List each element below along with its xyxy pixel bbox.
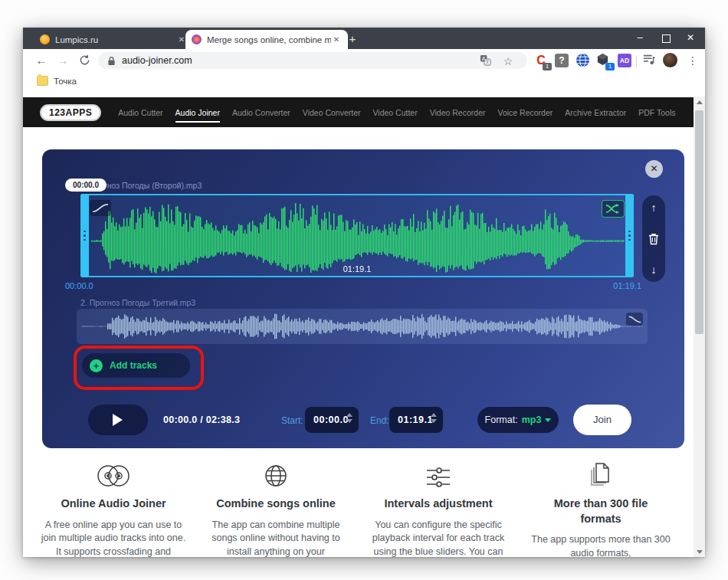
globe-icon bbox=[201, 459, 351, 488]
add-tracks-button[interactable]: + Add tracks bbox=[82, 353, 190, 378]
tab-lumpics[interactable]: Lumpics.ru ✕ bbox=[35, 30, 192, 49]
panel-close-icon[interactable]: ✕ bbox=[645, 160, 663, 178]
address-bar[interactable]: audio-joiner.com A文 ☆ bbox=[98, 52, 527, 69]
feature-intervals-adjustment: Intervals adjustment You can configure t… bbox=[357, 459, 520, 557]
tab-close-icon[interactable]: ✕ bbox=[331, 34, 342, 45]
nav-item-audio-converter[interactable]: Audio Converter bbox=[232, 108, 290, 117]
fade-in-icon[interactable] bbox=[90, 200, 111, 216]
format-label: Format: bbox=[485, 415, 518, 425]
lumpics-favicon-icon bbox=[40, 34, 50, 44]
bookmark-label: Точка bbox=[54, 77, 77, 86]
start-time-input[interactable]: 00:00.0 bbox=[305, 407, 359, 433]
nav-item-audio-joiner[interactable]: Audio Joiner bbox=[175, 108, 220, 123]
playback-time: 00:00.0 / 02:38.3 bbox=[163, 415, 240, 425]
track2-container[interactable] bbox=[77, 309, 648, 344]
format-value: mp3 bbox=[522, 415, 542, 425]
scroll-up-icon[interactable] bbox=[694, 97, 705, 107]
feature-title: Intervals adjustment bbox=[373, 496, 503, 512]
feature-file-formats: More than 300 file formats The app suppo… bbox=[520, 459, 682, 557]
format-dropdown[interactable]: Format: mp3 bbox=[477, 407, 559, 433]
feature-body: You can configure the specific playback … bbox=[365, 519, 512, 557]
translate-icon[interactable]: A文 bbox=[480, 54, 494, 68]
extension-badge: 1 bbox=[543, 63, 552, 70]
track2-waveform[interactable] bbox=[81, 313, 643, 340]
add-tracks-label: Add tracks bbox=[110, 360, 157, 371]
extension-ad-icon[interactable]: AD bbox=[618, 54, 631, 67]
toolbar-separator bbox=[636, 55, 637, 67]
extension-globe-icon[interactable] bbox=[576, 53, 591, 68]
reload-icon[interactable] bbox=[75, 51, 93, 70]
bookmarks-bar: Точка bbox=[23, 72, 705, 93]
track1-start-time: 00:00.0 bbox=[65, 281, 93, 290]
window-maximize-button[interactable] bbox=[654, 28, 677, 49]
end-time-input[interactable]: 01:19.1 bbox=[389, 407, 443, 433]
window-minimize-button[interactable]: – bbox=[628, 28, 651, 49]
join-button[interactable]: Join bbox=[573, 405, 631, 435]
fade-out-icon[interactable] bbox=[626, 313, 643, 326]
end-stepper[interactable] bbox=[431, 413, 437, 423]
extension-badge: 1 bbox=[605, 63, 615, 70]
plus-icon: + bbox=[90, 359, 103, 372]
feature-body: The app can combine multiple songs onlin… bbox=[202, 519, 349, 557]
feature-title: Combine songs online bbox=[211, 496, 341, 512]
track1-waveform[interactable] bbox=[91, 198, 625, 275]
extension-red-icon[interactable]: C 1 bbox=[533, 53, 549, 68]
track1-time-range: 00:00.0 01:19.1 bbox=[65, 281, 641, 290]
chevron-down-icon bbox=[545, 418, 551, 422]
nav-item-audio-cutter[interactable]: Audio Cutter bbox=[118, 108, 162, 117]
tab-audio-joiner[interactable]: Merge songs online, combine mp ✕ bbox=[185, 30, 348, 49]
delete-track-icon[interactable] bbox=[648, 233, 659, 245]
back-icon[interactable]: ← bbox=[32, 51, 51, 70]
track1-selection-region[interactable]: 01:19.1 bbox=[80, 194, 634, 277]
bookmark-folder-tochka[interactable]: Точка bbox=[37, 76, 77, 86]
bookmark-star-icon[interactable]: ☆ bbox=[501, 54, 515, 68]
url-text: audio-joiner.com bbox=[122, 55, 192, 66]
audio-joiner-favicon-icon bbox=[192, 34, 202, 44]
browser-menu-icon[interactable]: ⋮ bbox=[687, 52, 699, 69]
new-tab-button[interactable]: + bbox=[345, 31, 360, 47]
web-page: 123APPS Audio Cutter Audio Joiner Audio … bbox=[23, 93, 705, 557]
screenshot-stage: Lumpics.ru ✕ Merge songs online, combine… bbox=[0, 0, 728, 580]
nav-item-video-cutter[interactable]: Video Cutter bbox=[373, 108, 418, 117]
audio-joiner-panel: ✕ 00:00.0 1. Прогноз Погоды (Второй).mp3… bbox=[42, 149, 684, 448]
selection-duration-label: 01:19.1 bbox=[82, 264, 632, 274]
feature-combine-songs: Combine songs online The app can combine… bbox=[195, 459, 357, 557]
vinyl-discs-icon bbox=[38, 459, 189, 488]
forward-icon[interactable]: → bbox=[54, 51, 72, 70]
page-scrollbar[interactable] bbox=[694, 97, 705, 557]
nav-item-video-recorder[interactable]: Video Recorder bbox=[430, 108, 486, 117]
nav-item-archive-extractor[interactable]: Archive Extractor bbox=[565, 108, 626, 117]
feature-title: Online Audio Joiner bbox=[48, 496, 179, 512]
end-label: End: bbox=[370, 415, 389, 426]
folder-icon bbox=[37, 76, 48, 86]
extension-cube-icon[interactable]: 1 bbox=[596, 53, 612, 68]
features-section: Online Audio Joiner A free online app yo… bbox=[32, 459, 682, 557]
move-up-icon[interactable]: ↑ bbox=[651, 202, 657, 213]
browser-window: Lumpics.ru ✕ Merge songs online, combine… bbox=[23, 28, 705, 557]
start-label: Start: bbox=[281, 415, 303, 426]
tab-title: Merge songs online, combine mp bbox=[207, 35, 331, 44]
nav-item-video-converter[interactable]: Video Converter bbox=[303, 108, 361, 117]
extension-help-icon[interactable]: ? bbox=[555, 54, 569, 67]
track2-title: 2. Прогноз Погоды Третий.mp3 bbox=[80, 298, 195, 307]
start-stepper[interactable] bbox=[346, 413, 353, 423]
scrollbar-thumb[interactable] bbox=[695, 110, 703, 334]
track1-controls: ↑ ↓ bbox=[642, 195, 665, 282]
move-down-icon[interactable]: ↓ bbox=[651, 264, 657, 275]
site-logo[interactable]: 123APPS bbox=[40, 104, 101, 121]
playhead-time-pill: 00:00.0 bbox=[65, 179, 107, 192]
feature-title: More than 300 file formats bbox=[536, 496, 666, 526]
play-button[interactable] bbox=[88, 405, 148, 435]
stacked-files-icon bbox=[526, 459, 676, 488]
feature-body: A free online app you can use to join mu… bbox=[40, 519, 187, 557]
profile-avatar[interactable] bbox=[663, 53, 677, 67]
window-close-button[interactable]: ✕ bbox=[679, 28, 702, 49]
nav-item-pdf-tools[interactable]: PDF Tools bbox=[638, 108, 675, 117]
feature-body: The app supports more than 300 audio for… bbox=[527, 533, 674, 557]
media-list-icon[interactable] bbox=[642, 54, 657, 69]
nav-item-voice-recorder[interactable]: Voice Recorder bbox=[497, 108, 553, 117]
scroll-down-icon[interactable] bbox=[694, 546, 705, 557]
site-navbar: 123APPS Audio Cutter Audio Joiner Audio … bbox=[23, 97, 694, 127]
start-time-value: 00:00.0 bbox=[313, 415, 349, 425]
crossfade-icon[interactable] bbox=[602, 200, 625, 218]
